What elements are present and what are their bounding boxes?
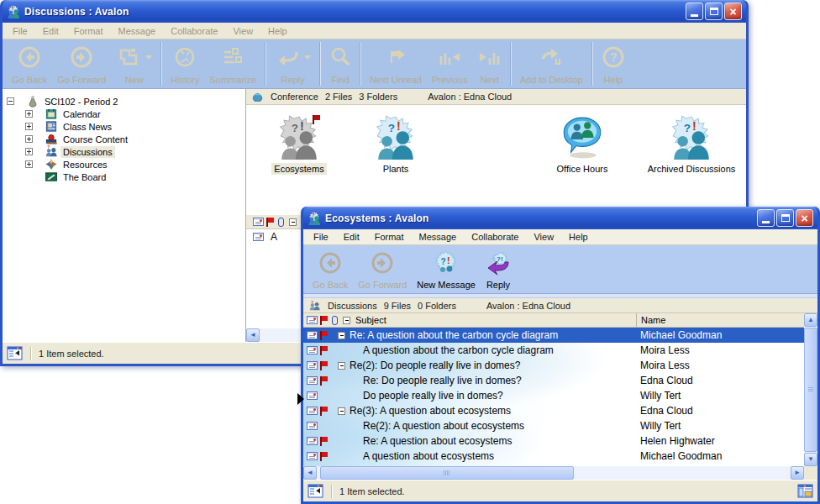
tree-item-course-content[interactable]: Course Content [3, 133, 245, 145]
message-row[interactable]: Do people really live in domes? Willy Te… [303, 388, 804, 403]
scroll-left-icon[interactable]: ◄ [303, 466, 317, 480]
conference-item-archived-discussions[interactable]: ? ! Archived Discussions [649, 115, 733, 175]
collapse-all-icon[interactable] [289, 218, 297, 226]
attachment-column-icon[interactable] [332, 316, 338, 325]
scroll-down-icon[interactable]: ▼ [804, 453, 817, 466]
scroll-left-icon[interactable]: ◄ [246, 328, 260, 342]
title-bar[interactable]: ? Discussions : Avalon × [3, 0, 746, 23]
name-column-header[interactable]: Name [636, 313, 804, 327]
history-button[interactable]: History [166, 39, 204, 88]
menu-format[interactable]: Format [367, 229, 412, 244]
conference-item-ecosystems[interactable]: ? ! Ecosystems [257, 115, 341, 175]
list-header: Subject Name [303, 313, 804, 328]
dropdown-arrow-icon[interactable] [304, 55, 311, 60]
conference-item-office-hours[interactable]: Office Hours [540, 115, 624, 175]
menu-help[interactable]: Help [260, 24, 295, 39]
maximize-button[interactable] [776, 209, 794, 227]
close-button[interactable]: × [724, 3, 742, 20]
go-back-button[interactable]: Go Back [308, 245, 353, 293]
collapse-thread-icon[interactable] [338, 332, 345, 339]
svg-text:?: ? [47, 145, 50, 150]
horizontal-scrollbar[interactable]: ◄ ► [303, 466, 817, 480]
message-row[interactable]: A question about ecosystems Michael Good… [303, 449, 804, 464]
summarize-button[interactable]: Summarize [205, 39, 262, 88]
minimize-button[interactable] [757, 209, 775, 227]
menu-message[interactable]: Message [412, 229, 465, 244]
scroll-right-icon[interactable]: ► [791, 466, 804, 480]
scrollbar-thumb[interactable] [320, 466, 574, 480]
attachment-column-icon[interactable] [278, 218, 284, 227]
go-forward-button[interactable]: Go Forward [353, 245, 412, 293]
reply-button[interactable]: ?! Reply [481, 245, 516, 293]
add-to-desktop-button[interactable]: Add to Desktop [515, 39, 588, 88]
message-row[interactable]: Re: Do people really live in domes? Edna… [303, 373, 804, 388]
message-row[interactable]: Re(3): A question about ecosystems Edna … [303, 403, 804, 418]
collapse-all-icon[interactable] [343, 317, 350, 324]
message-row[interactable]: Re(2): Do people really live in domes? M… [303, 358, 804, 373]
tree-item-resources[interactable]: Resources [3, 158, 245, 171]
menu-edit[interactable]: Edit [336, 229, 367, 244]
reply-button[interactable]: Reply [270, 39, 316, 88]
tree-item-discussions[interactable]: ? Discussions [3, 145, 245, 158]
menu-view[interactable]: View [225, 24, 260, 39]
layout-toggle-icon[interactable] [797, 484, 813, 498]
collapse-thread-icon[interactable] [338, 407, 345, 415]
menu-format[interactable]: Format [66, 24, 111, 39]
split-pane-toggle-icon[interactable] [7, 346, 23, 360]
tree-item-root[interactable]: SCI102 - Period 2 [3, 95, 245, 108]
message-icon [307, 376, 318, 385]
svg-text:?: ? [441, 257, 446, 266]
maximize-button[interactable] [705, 3, 723, 20]
go-forward-button[interactable]: Go Forward [52, 39, 111, 88]
new-button[interactable]: New [111, 39, 157, 88]
menu-view[interactable]: View [526, 229, 561, 244]
expand-icon[interactable] [25, 148, 33, 155]
flag-column-icon[interactable] [320, 316, 329, 325]
title-bar[interactable]: ? Ecosystems : Avalon × [303, 207, 817, 229]
conference-item-plants[interactable]: ? ! Plants [354, 115, 438, 175]
expand-icon[interactable] [25, 160, 33, 168]
collapse-thread-icon[interactable] [338, 362, 345, 370]
message-row[interactable]: A question about the carbon cycle diagra… [303, 343, 804, 358]
collapse-icon[interactable] [7, 97, 14, 105]
expand-icon[interactable] [25, 123, 33, 130]
previous-button[interactable]: Previous [427, 39, 473, 88]
tree-item-class-news[interactable]: Class News [3, 120, 245, 133]
menu-edit[interactable]: Edit [35, 24, 66, 39]
message-row[interactable]: Re: A question about the carbon cycle di… [303, 328, 804, 343]
message-row[interactable]: Re(2): A question about ecosystems Willy… [303, 418, 804, 433]
menu-file[interactable]: File [5, 24, 35, 39]
next-button[interactable]: Next [473, 39, 507, 88]
subject-text: Re(2): Do people really live in domes? [350, 360, 520, 371]
expand-icon[interactable] [25, 135, 33, 143]
message-column-icon[interactable] [253, 218, 264, 226]
minimize-button[interactable] [686, 3, 703, 20]
vertical-scrollbar[interactable]: ▲ ▼ [804, 313, 817, 466]
find-button[interactable]: Find [324, 39, 356, 88]
subject-column-header[interactable]: Subject [355, 315, 386, 325]
new-message-button[interactable]: ? ! New Message [412, 245, 481, 293]
dropdown-arrow-icon[interactable] [145, 55, 152, 60]
help-button[interactable]: ? Help [597, 39, 630, 88]
flag-icon [320, 331, 329, 340]
archived-discussions-icon: ? ! [669, 115, 714, 160]
go-back-button[interactable]: Go Back [7, 39, 52, 88]
course-icon [26, 95, 39, 108]
scrollbar-thumb[interactable] [804, 328, 817, 452]
menu-collaborate[interactable]: Collaborate [163, 24, 225, 39]
menu-message[interactable]: Message [111, 24, 164, 39]
menu-help[interactable]: Help [561, 229, 596, 244]
next-unread-button[interactable]: Next Unread [365, 39, 427, 88]
message-row[interactable]: Re: A question about ecosystems Helen Hi… [303, 433, 804, 449]
tree-item-the-board[interactable]: The Board [3, 171, 245, 183]
close-button[interactable]: × [796, 209, 813, 227]
split-pane-toggle-icon[interactable] [308, 484, 323, 498]
menu-file[interactable]: File [306, 229, 336, 244]
menu-collaborate[interactable]: Collaborate [464, 229, 526, 244]
tree-item-calendar[interactable]: Calendar [3, 108, 245, 120]
scroll-up-icon[interactable]: ▲ [804, 313, 817, 327]
flag-column-icon[interactable] [266, 218, 275, 227]
toolbar-separator [360, 42, 361, 86]
message-column-icon[interactable] [307, 316, 318, 324]
expand-icon[interactable] [25, 110, 33, 118]
